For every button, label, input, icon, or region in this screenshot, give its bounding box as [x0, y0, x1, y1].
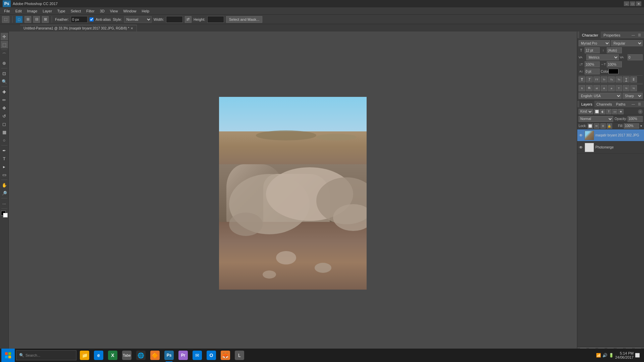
taskbar-app-browser[interactable]: 🌐	[134, 349, 148, 362]
width-input[interactable]	[166, 16, 183, 23]
gradient-tool-button[interactable]: ▦	[1, 128, 8, 136]
lock-move-btn[interactable]: ✏	[594, 123, 599, 129]
superscript-btn[interactable]: Ts	[608, 76, 615, 82]
filter-shape-btn[interactable]: ▭	[612, 109, 618, 114]
menu-view[interactable]: View	[107, 8, 121, 14]
italic-btn[interactable]: T	[586, 76, 593, 82]
font-size-input[interactable]	[585, 47, 600, 53]
text-color-swatch[interactable]	[608, 69, 619, 74]
menu-layer[interactable]: Layer	[40, 8, 55, 14]
taskbar-app-explorer[interactable]: 📁	[78, 349, 91, 362]
clone-tool-button[interactable]: ✥	[1, 104, 8, 112]
tab-character[interactable]: Character	[579, 32, 601, 39]
layer-eye-photomerge[interactable]: 👁	[579, 145, 583, 150]
tray-network-icon[interactable]: 📶	[596, 353, 601, 358]
taskbar-app-photoshop[interactable]: Ps	[162, 349, 176, 362]
select-mask-button[interactable]: Select and Mask...	[226, 16, 263, 23]
tab-paths[interactable]: Paths	[614, 101, 628, 108]
lock-pixels-btn[interactable]: ⬜	[588, 123, 593, 129]
pen-tool-button[interactable]: ✒	[1, 147, 8, 154]
menu-window[interactable]: Window	[120, 8, 139, 14]
text-tool-button[interactable]: T	[1, 155, 8, 162]
crop-tool-button[interactable]: ⊡	[1, 70, 8, 77]
intersect-selection-icon[interactable]: ⊠	[42, 16, 49, 23]
taskbar-app-6[interactable]: 🔶	[148, 349, 162, 362]
filter-toggle-icon[interactable]: ○	[638, 109, 643, 114]
menu-type[interactable]: Type	[55, 8, 68, 14]
path-selection-button[interactable]: ▸	[1, 163, 8, 170]
taskbar-app-firefox[interactable]: 🦊	[219, 349, 232, 362]
font-family-select[interactable]: Myriad Pro	[579, 40, 610, 46]
antialiased-checkbox[interactable]	[90, 17, 94, 21]
filter-adjust-btn[interactable]: ◐	[600, 109, 605, 114]
zoom-tool-button[interactable]: 🔎	[1, 189, 8, 197]
feather-input[interactable]	[71, 16, 88, 23]
taskbar-app-outlook[interactable]: O	[205, 349, 218, 362]
start-button[interactable]	[1, 349, 15, 362]
background-swatch[interactable]	[3, 213, 8, 218]
bold-btn[interactable]: T	[579, 76, 585, 82]
layers-panel-menu-icon[interactable]: ☰	[637, 102, 642, 106]
filter-pixel-btn[interactable]: ⬜	[594, 109, 599, 114]
tracking-input[interactable]	[628, 54, 643, 60]
titling-btn[interactable]: T	[615, 85, 622, 91]
marquee-tool-icon[interactable]: ⬚	[2, 16, 9, 23]
title-bar-controls[interactable]: – □ ✕	[624, 1, 641, 6]
menu-select[interactable]: Select	[68, 8, 84, 14]
tray-volume-icon[interactable]: 🔊	[602, 353, 607, 358]
healing-tool-button[interactable]: ✚	[1, 88, 8, 96]
menu-help[interactable]: Help	[139, 8, 152, 14]
lock-all-btn[interactable]: 🔒	[607, 123, 612, 129]
menu-file[interactable]: File	[1, 8, 13, 14]
menu-filter[interactable]: Filter	[84, 8, 97, 14]
tray-battery-icon[interactable]: 🔋	[609, 353, 614, 358]
underline-btn[interactable]: T	[623, 76, 630, 82]
taskbar-app-inbox[interactable]: ✉	[191, 349, 204, 362]
menu-3d[interactable]: 3D	[97, 8, 107, 14]
smallcaps-btn[interactable]: Tr	[601, 76, 607, 82]
filter-type-btn[interactable]: T	[606, 109, 611, 114]
layer-item-photomerge[interactable]: 👁 Photomerge	[577, 141, 644, 154]
taskbar-search-box[interactable]: 🔍 Search...	[16, 350, 76, 360]
height-input[interactable]	[207, 16, 224, 23]
baseline-input[interactable]	[585, 68, 600, 74]
subscript-btn[interactable]: Ts	[615, 76, 622, 82]
leading-input[interactable]	[607, 47, 622, 53]
opacity-input[interactable]	[628, 116, 643, 122]
shape-tool-button[interactable]: ▭	[1, 171, 8, 178]
minimize-button[interactable]: –	[624, 1, 629, 6]
strikethrough-btn[interactable]: T	[630, 76, 637, 82]
add-selection-icon[interactable]: ⊞	[24, 16, 31, 23]
ordinal-btn[interactable]: A	[601, 85, 607, 91]
layers-panel-collapse-icon[interactable]: —	[631, 102, 636, 106]
disclig-btn[interactable]: ﬃ	[586, 85, 593, 91]
fill-input[interactable]	[624, 123, 639, 129]
history-tool-button[interactable]: ↺	[1, 112, 8, 120]
magic-wand-tool-button[interactable]: ⊛	[1, 59, 8, 67]
taskbar-app-excel[interactable]: X	[106, 349, 119, 362]
allcaps-btn[interactable]: TT	[593, 76, 600, 82]
taskbar-app-edge[interactable]: e	[92, 349, 105, 362]
document-tab[interactable]: Untitled-Panorama1 @ 33.3% (maqatir brya…	[20, 25, 137, 32]
menu-image[interactable]: Image	[24, 8, 40, 14]
menu-edit[interactable]: Edit	[13, 8, 24, 14]
marquee-tool-button[interactable]: ⬚	[1, 41, 8, 48]
layer-item-maqatir[interactable]: 👁 maqatir bryant 2017 302.JPG	[577, 129, 644, 141]
swap-dimensions-icon[interactable]: ⇄	[185, 16, 192, 23]
brush-tool-button[interactable]: ✏	[1, 96, 8, 104]
filter-smart-btn[interactable]: ★	[618, 109, 624, 114]
taskbar-app-logo[interactable]: L	[233, 349, 246, 362]
foreground-color[interactable]	[1, 211, 8, 218]
eyedropper-tool-button[interactable]: 🔍	[1, 78, 8, 85]
panel-menu-icon[interactable]: ☰	[637, 33, 642, 37]
style-select[interactable]: Normal Fixed Ratio Fixed Size	[124, 16, 152, 23]
eraser-tool-button[interactable]: ◻	[1, 120, 8, 128]
lock-artboard-btn[interactable]: ✛	[600, 123, 606, 129]
tab-channels[interactable]: Channels	[594, 101, 614, 108]
dodge-tool-button[interactable]: ○	[1, 136, 8, 144]
vscale-input[interactable]	[585, 61, 600, 67]
hand-tool-button[interactable]: ✋	[1, 181, 8, 189]
blend-mode-select[interactable]: Normal Dissolve Multiply Screen	[579, 116, 613, 122]
font-style-select[interactable]: Regular	[611, 40, 643, 46]
oldstyle-btn[interactable]: st	[593, 85, 600, 91]
